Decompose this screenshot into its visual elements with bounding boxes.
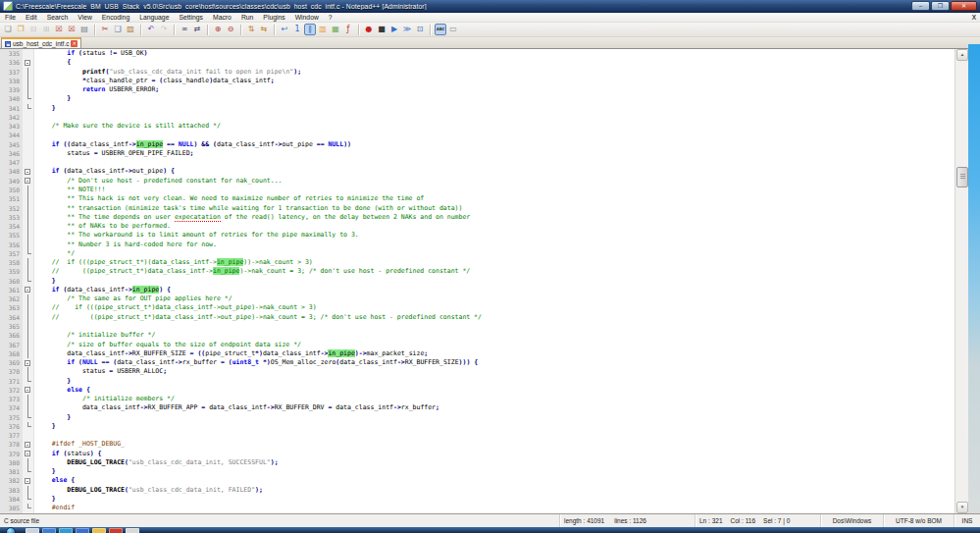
doc-map-icon[interactable]: ▦ — [330, 24, 341, 35]
close-all-icon[interactable]: ☒ — [66, 24, 77, 35]
menu-search[interactable]: Search — [42, 14, 74, 21]
vertical-scrollbar[interactable]: ▲ ▼ — [954, 49, 968, 513]
code-text[interactable]: /* The same as for OUT pipe applies here… — [34, 294, 954, 303]
indent-guide-icon[interactable]: ∥ — [304, 24, 316, 35]
code-text[interactable]: } — [34, 94, 954, 103]
code-text[interactable]: } — [34, 377, 954, 386]
user-define-language-icon[interactable]: ▥ — [317, 24, 329, 35]
menu-window[interactable]: Window — [290, 14, 324, 21]
code-text[interactable]: // ((pipe_struct_t*)data_class_intf->in_… — [34, 267, 954, 276]
close-button[interactable]: ✕ — [951, 1, 977, 11]
show-all-chars-icon[interactable]: 1 — [291, 24, 303, 35]
menu-view[interactable]: View — [73, 14, 97, 21]
replace-icon[interactable]: ⇄ — [191, 24, 203, 35]
minimize-button[interactable]: – — [911, 1, 930, 11]
restore-button[interactable]: ❐ — [931, 1, 950, 11]
code-text[interactable]: /* initialize buffer */ — [34, 331, 954, 340]
menu-encoding[interactable]: Encoding — [97, 14, 134, 21]
code-text[interactable]: if (NULL == (data_class_intf->rx_buffer … — [34, 358, 954, 367]
fold-collapse-icon[interactable] — [23, 177, 34, 186]
code-text[interactable]: ** The time depends on user expecatation… — [34, 213, 954, 222]
macro-record-icon[interactable]: ● — [363, 24, 375, 35]
code-text[interactable]: data_class_intf->RX_BUFFER_SIZE = ((pipe… — [34, 349, 954, 358]
paste-icon[interactable]: ▨ — [125, 24, 136, 35]
fold-collapse-icon[interactable] — [23, 450, 34, 458]
code-text[interactable] — [34, 431, 954, 440]
taskbar-app-folder[interactable] — [92, 528, 106, 533]
code-text[interactable]: if (data_class_intf->in_pipe) { — [34, 286, 954, 294]
find-icon[interactable]: ∞ — [179, 24, 190, 35]
fold-collapse-icon[interactable] — [23, 386, 34, 395]
code-text[interactable]: // ((pipe_struct_t*)data_class_intf->out… — [34, 313, 954, 322]
code-text[interactable]: // if (((pipe_struct_t*)(data_class_intf… — [34, 258, 954, 267]
fold-collapse-icon[interactable] — [23, 358, 34, 367]
macro-run-multiple-icon[interactable]: ≫ — [401, 24, 413, 35]
spell-check-icon[interactable]: ABC — [435, 24, 446, 35]
macro-play-icon[interactable]: ▶ — [388, 24, 400, 35]
menu-settings[interactable]: Settings — [174, 14, 208, 21]
code-text[interactable]: { — [34, 58, 954, 67]
sync-horizontal-scroll-icon[interactable]: ⇆ — [258, 24, 270, 35]
start-button[interactable] — [6, 527, 16, 533]
code-text[interactable]: else { — [34, 386, 954, 395]
code-text[interactable] — [34, 131, 954, 139]
taskbar-app-blue[interactable] — [42, 528, 56, 533]
macro-save-icon[interactable]: ⊡ — [414, 24, 426, 35]
tab-usb-host-cdc-intf[interactable]: usb_host_cdc_intf.c ✕ — [1, 37, 81, 48]
code-text[interactable]: /* initialize members */ — [34, 395, 954, 403]
word-wrap-icon[interactable]: ↩ — [279, 24, 290, 35]
menu-file[interactable]: File — [0, 14, 21, 21]
code-text[interactable]: } — [34, 495, 954, 504]
code-text[interactable]: } — [34, 104, 954, 113]
fold-collapse-icon[interactable] — [23, 286, 34, 294]
code-text[interactable]: status = USBERR_OPEN_PIPE_FAILED; — [34, 149, 954, 158]
new-file-icon[interactable]: ❏ — [2, 24, 14, 35]
code-text[interactable]: printf("usb_class_cdc_data_init fail to … — [34, 68, 954, 77]
code-editor[interactable]: 335 if (status != USB_OK)336 {337 printf… — [0, 49, 954, 513]
scrollbar-thumb[interactable] — [956, 167, 968, 187]
undo-icon[interactable]: ↶ — [145, 24, 157, 35]
code-text[interactable]: *class_handle_ptr = (class_handle)data_c… — [34, 77, 954, 85]
cut-icon[interactable]: ✂ — [99, 24, 111, 35]
menu-edit[interactable]: Edit — [21, 14, 42, 21]
menu-help[interactable]: ? — [324, 14, 337, 21]
code-text[interactable]: /* Don't use host - predefined constant … — [34, 177, 954, 186]
code-text[interactable]: /* Make sure the device is still attache… — [34, 122, 954, 131]
code-text[interactable] — [34, 113, 954, 122]
fold-collapse-icon[interactable] — [23, 476, 34, 485]
code-text[interactable]: ** This hack is not very clean. We need … — [34, 194, 954, 203]
taskbar-app-window[interactable] — [26, 528, 39, 533]
code-text[interactable]: ** Number 3 is hard-coded here for now. — [34, 240, 954, 249]
code-text[interactable]: ** The workaround is to limit amount of … — [34, 231, 954, 240]
taskbar-app-ie[interactable] — [76, 528, 89, 533]
code-text[interactable]: ** transaction (minimize task's time whi… — [34, 204, 954, 213]
taskbar-app-grey[interactable] — [126, 528, 139, 533]
tab-close-icon[interactable]: ✕ — [71, 40, 77, 47]
code-text[interactable]: if (status != USB_OK) — [34, 49, 954, 58]
open-file-icon[interactable]: ❐ — [15, 24, 26, 35]
code-text[interactable]: if ((data_class_intf->in_pipe == NULL) &… — [34, 140, 954, 149]
code-text[interactable]: } — [34, 467, 954, 476]
code-text[interactable]: DEBUG_LOG_TRACE("usb_class_cdc_data_init… — [34, 458, 954, 467]
code-text[interactable]: if (status) { — [34, 450, 954, 458]
menu-language[interactable]: Language — [134, 14, 174, 21]
docked-panel-icon[interactable]: ▭ — [447, 24, 459, 35]
code-text[interactable]: return USBERR_ERROR; — [34, 85, 954, 94]
menu-plugins[interactable]: Plugins — [258, 14, 289, 21]
code-text[interactable] — [34, 322, 954, 331]
menu-run[interactable]: Run — [236, 14, 258, 21]
status-cursor-position[interactable]: Ln : 321 Col : 116 Sel : 7 | 0 — [695, 514, 820, 527]
code-text[interactable]: // if (((pipe_struct_t*)data_class_intf-… — [34, 303, 954, 312]
fold-collapse-icon[interactable] — [23, 440, 34, 449]
code-text[interactable]: } — [34, 422, 954, 431]
code-text[interactable]: status = USBERR_ALLOC; — [34, 367, 954, 376]
code-text[interactable]: ** NOTE!!! — [34, 186, 954, 194]
menu-macro[interactable]: Macro — [208, 14, 236, 21]
code-text[interactable]: /* size of buffer equals to the size of … — [34, 341, 954, 349]
code-text[interactable]: } — [34, 277, 954, 286]
code-text[interactable]: ** of NAKs to be performed. — [34, 222, 954, 231]
code-text[interactable]: #ifdef _HOST_DEBUG_ — [34, 440, 954, 449]
taskbar-app-red[interactable] — [109, 528, 123, 533]
fold-collapse-icon[interactable] — [23, 58, 34, 67]
code-text[interactable]: else { — [34, 476, 954, 485]
